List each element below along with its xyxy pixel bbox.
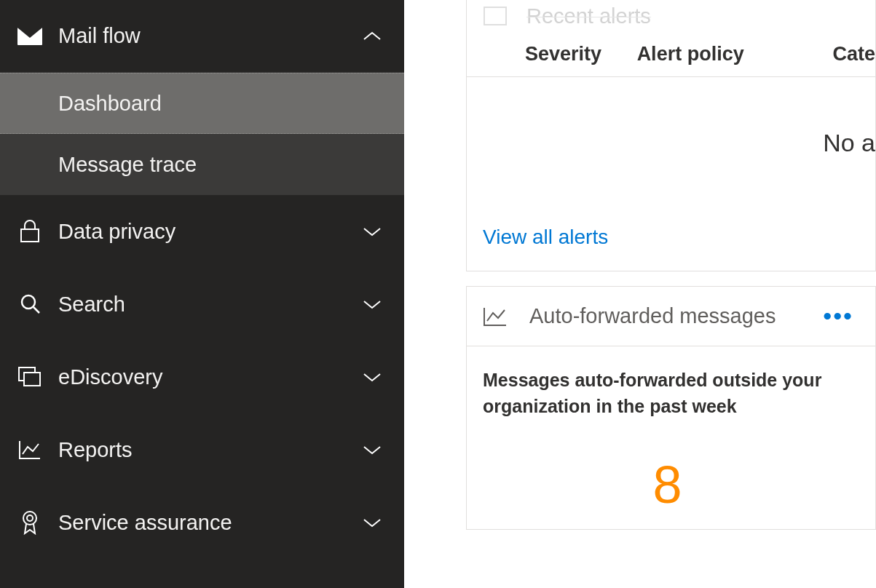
line-chart-icon (483, 306, 512, 327)
alerts-empty-state: No a (467, 77, 875, 208)
sidebar-item-label: Search (58, 293, 358, 317)
assurance-icon (17, 510, 42, 535)
alerts-icon (483, 6, 512, 26)
sidebar-item-data-privacy[interactable]: Data privacy (0, 195, 404, 268)
sidebar: Mail flow Dashboard Message trace Data p… (0, 0, 404, 588)
alerts-empty-text: No a (823, 129, 875, 157)
auto-forwarded-count: 8 (483, 455, 852, 514)
chevron-up-icon (358, 31, 387, 42)
chevron-down-icon (358, 371, 387, 383)
main-content: Recent alerts Severity Alert policy Cate… (404, 0, 876, 588)
view-all-alerts-link[interactable]: View all alerts (467, 208, 875, 271)
reports-icon (17, 440, 42, 460)
sidebar-item-mail-flow[interactable]: Mail flow (0, 0, 404, 73)
auto-forwarded-description: Messages auto-forwarded outside your org… (483, 367, 852, 420)
recent-alerts-header: Recent alerts (467, 0, 875, 32)
sidebar-item-reports[interactable]: Reports (0, 413, 404, 486)
svg-point-2 (22, 295, 35, 309)
ediscovery-icon (17, 367, 42, 387)
sidebar-subitem-dashboard[interactable]: Dashboard (0, 73, 404, 134)
sidebar-item-label: eDiscovery (58, 365, 358, 389)
sidebar-item-search[interactable]: Search (0, 268, 404, 341)
col-category[interactable]: Cate (832, 43, 875, 65)
auto-forwarded-header: Auto-forwarded messages ••• (467, 287, 875, 346)
sidebar-item-service-assurance[interactable]: Service assurance (0, 486, 404, 559)
chevron-down-icon (358, 444, 387, 456)
lock-icon (17, 220, 42, 243)
sidebar-subitem-label: Dashboard (58, 92, 162, 116)
sidebar-item-label: Data privacy (58, 220, 358, 244)
sidebar-item-label: Reports (58, 438, 358, 462)
mail-icon (17, 28, 42, 45)
sidebar-item-label: Mail flow (58, 24, 358, 48)
auto-forwarded-title: Auto-forwarded messages (529, 304, 817, 328)
auto-forwarded-body: Messages auto-forwarded outside your org… (467, 346, 875, 529)
sidebar-item-label: Service assurance (58, 511, 358, 535)
chevron-down-icon (358, 298, 387, 310)
chevron-down-icon (358, 226, 387, 237)
chevron-down-icon (358, 517, 387, 528)
col-alert-policy[interactable]: Alert policy (637, 43, 833, 65)
recent-alerts-title: Recent alerts (526, 4, 651, 28)
auto-forwarded-card: Auto-forwarded messages ••• Messages aut… (466, 286, 876, 530)
svg-line-3 (33, 307, 39, 313)
sidebar-subitem-label: Message trace (58, 153, 197, 177)
svg-rect-1 (21, 229, 39, 242)
svg-rect-5 (24, 373, 40, 386)
svg-rect-9 (484, 7, 506, 25)
sidebar-subitem-message-trace[interactable]: Message trace (0, 134, 404, 195)
search-icon (17, 293, 42, 315)
svg-point-8 (27, 515, 33, 521)
col-severity[interactable]: Severity (525, 43, 637, 65)
svg-point-7 (23, 512, 36, 525)
sidebar-item-ediscovery[interactable]: eDiscovery (0, 341, 404, 413)
recent-alerts-card: Recent alerts Severity Alert policy Cate… (466, 0, 876, 271)
alerts-table-header: Severity Alert policy Cate (467, 32, 875, 77)
card-more-menu[interactable]: ••• (817, 299, 859, 333)
